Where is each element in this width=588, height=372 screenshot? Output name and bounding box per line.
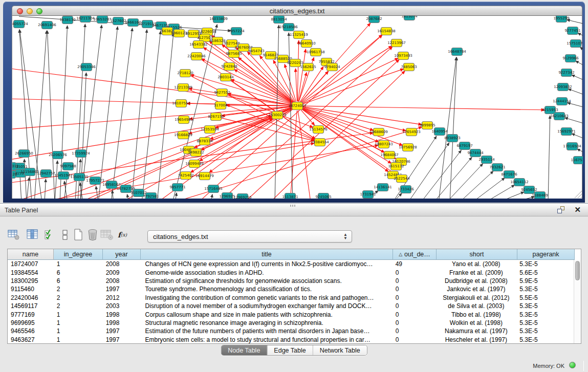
- graph-edge[interactable]: [297, 40, 299, 101]
- table-body: 1872400712008Changes of HCN gene express…: [8, 260, 574, 343]
- graph-edge[interactable]: [421, 150, 461, 199]
- graph-edge[interactable]: [55, 161, 57, 199]
- resize-grip-icon[interactable]: [575, 191, 582, 198]
- tab-edge-table[interactable]: Edge Table: [267, 345, 312, 355]
- graph-edge[interactable]: [433, 157, 472, 199]
- tab-node-table[interactable]: Node Table: [221, 345, 267, 355]
- function-builder-icon[interactable]: f(x): [116, 228, 129, 242]
- graph-edge[interactable]: [572, 75, 583, 81]
- tab-network-table[interactable]: Network Table: [313, 345, 367, 355]
- table-row[interactable]: 946362711997Embryonic stem cells: a mode…: [8, 336, 574, 343]
- table-row[interactable]: 1830029562008Estimation of significance …: [8, 277, 574, 285]
- column-header-in-degree[interactable]: in_degree: [54, 249, 103, 260]
- graph-node-label: 1562615: [300, 65, 316, 69]
- graph-edge[interactable]: [408, 143, 449, 199]
- graph-edge[interactable]: [45, 179, 46, 199]
- table-row[interactable]: 2242004622012Investigating the contribut…: [8, 294, 574, 302]
- graph-edge[interactable]: [298, 111, 311, 199]
- graph-edge[interactable]: [175, 193, 177, 199]
- window-title-bar[interactable]: citations_edges.txt: [12, 6, 582, 16]
- graph-edge[interactable]: [580, 47, 583, 53]
- table-cell: 18300295: [8, 277, 54, 285]
- split-panel-icon[interactable]: [58, 228, 72, 242]
- graph-edge[interactable]: [510, 197, 534, 199]
- graph-edge[interactable]: [211, 194, 212, 199]
- table-row[interactable]: 969969511998Structural magnetic resonanc…: [8, 319, 574, 327]
- column-header-year[interactable]: year: [103, 249, 141, 260]
- graph-node-label: 1813074: [401, 16, 418, 18]
- graph-edge[interactable]: [132, 30, 147, 199]
- graph-edge[interactable]: [50, 117, 272, 199]
- table-cell: 1997: [103, 286, 141, 293]
- column-header-name[interactable]: name: [8, 249, 54, 260]
- graph-node-label: 17654923: [402, 130, 421, 134]
- select-all-icon[interactable]: [43, 228, 56, 242]
- graph-edge[interactable]: [577, 149, 583, 154]
- close-panel-icon[interactable]: ✕: [574, 205, 581, 214]
- table-cell: 5.3E-5: [516, 319, 574, 326]
- graph-edge[interactable]: [27, 178, 29, 199]
- new-table-icon[interactable]: [72, 228, 85, 242]
- graph-edge[interactable]: [568, 89, 583, 96]
- graph-edge[interactable]: [127, 194, 129, 199]
- graph-edge[interactable]: [472, 178, 505, 199]
- table-panel-header: Table Panel ✕: [0, 203, 588, 216]
- graph-node-label: 9875685: [226, 52, 242, 56]
- network-window-frame: citations_edges.txt 18724007253002751938…: [3, 2, 585, 203]
- graph-edge[interactable]: [485, 185, 515, 199]
- graph-node-label: 1733426: [398, 187, 414, 191]
- graph-node-label: 16099489: [185, 162, 204, 166]
- table-cell: 1998: [103, 319, 141, 326]
- delete-table-icon[interactable]: [86, 228, 99, 242]
- table-row[interactable]: 977716911998Corpus callosum shape and si…: [8, 310, 574, 318]
- graph-edge[interactable]: [450, 57, 456, 199]
- graph-edge[interactable]: [578, 33, 583, 37]
- column-header-pagerank[interactable]: pagerank: [517, 249, 575, 260]
- graph-node-label: 16154838: [377, 29, 396, 33]
- graph-edge[interactable]: [234, 70, 294, 104]
- table-settings-icon[interactable]: [7, 228, 20, 242]
- table-cell: 5.3E-5: [516, 286, 574, 293]
- table-cell: 0: [393, 327, 436, 335]
- graph-edge[interactable]: [301, 69, 403, 104]
- network-graph-canvas[interactable]: 1872400725300275193845542405572420691406…: [12, 16, 582, 199]
- close-window-button[interactable]: [17, 8, 23, 14]
- table-cell: Yano et al. (2008): [436, 260, 517, 268]
- column-visibility-icon[interactable]: [26, 228, 39, 242]
- scrollbar-thumb[interactable]: [575, 261, 580, 280]
- graph-edge[interactable]: [572, 134, 583, 140]
- minimize-window-button[interactable]: [27, 8, 33, 14]
- graph-edge[interactable]: [302, 107, 374, 130]
- graph-edge[interactable]: [459, 171, 493, 199]
- table-row[interactable]: 1456911722003Disruption of a novel membe…: [8, 302, 574, 310]
- table-cell: 9465546: [8, 327, 54, 335]
- delete-column-icon[interactable]: [100, 228, 114, 242]
- column-header-out-de-[interactable]: △out_de…: [393, 249, 437, 260]
- graph-node-label: 1731942: [360, 192, 376, 196]
- column-header-short[interactable]: short: [437, 249, 517, 260]
- graph-edge[interactable]: [172, 25, 217, 199]
- graph-node-label: 2718120: [177, 71, 193, 75]
- graph-edge[interactable]: [302, 106, 545, 110]
- graph-edge[interactable]: [548, 116, 550, 199]
- graph-edge[interactable]: [300, 23, 371, 102]
- graph-edge[interactable]: [111, 28, 133, 199]
- graph-edge[interactable]: [199, 143, 314, 163]
- table-row[interactable]: 1938455462009Genome-wide association stu…: [8, 268, 574, 276]
- graph-node-label: 22420046: [187, 54, 206, 58]
- graph-edge[interactable]: [576, 61, 583, 67]
- splitter-grip-icon[interactable]: [290, 205, 296, 207]
- memory-status-indicator[interactable]: [569, 362, 576, 368]
- vertical-scrollbar[interactable]: [574, 260, 581, 343]
- graph-edge[interactable]: [565, 118, 583, 124]
- table-selector-dropdown[interactable]: citations_edges.txt ▲▼: [147, 230, 352, 243]
- graph-node-label: 9242848: [221, 64, 237, 69]
- zoom-window-button[interactable]: [36, 8, 42, 14]
- table-row[interactable]: 946554611997Estimation of the future num…: [8, 327, 574, 335]
- float-panel-icon[interactable]: [557, 206, 565, 214]
- graph-edge[interactable]: [296, 69, 297, 101]
- column-header-title[interactable]: title: [141, 249, 393, 260]
- graph-edge[interactable]: [112, 190, 114, 199]
- table-row[interactable]: 1872400712008Changes of HCN gene express…: [8, 260, 574, 268]
- table-row[interactable]: 911546021997Tourette syndrome. Phenomeno…: [8, 285, 574, 293]
